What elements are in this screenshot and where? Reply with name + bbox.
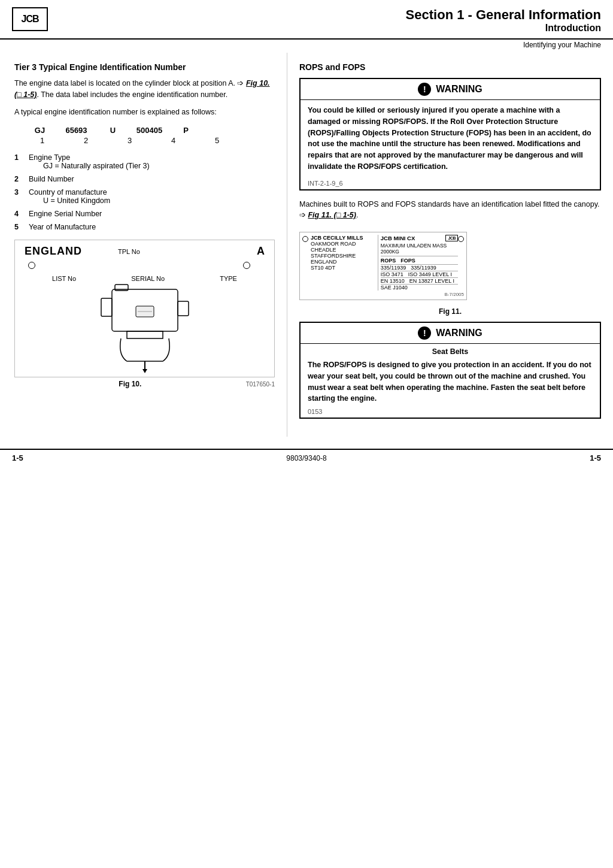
example-row1: GJ 65693 U 500405 P [26, 126, 275, 135]
warning-title-2: WARNING [436, 328, 482, 338]
page-header: JCB Section 1 - General Information Intr… [0, 0, 613, 40]
list-item-2: 2 Build Number [14, 175, 275, 183]
list-item-5: 5 Year of Manufacture [14, 223, 275, 231]
rops-label-ref: B-7/2005 [302, 292, 464, 297]
rops-model: JCB MINI CX [381, 235, 415, 241]
svg-rect-4 [101, 298, 112, 316]
left-section-heading: Tier 3 Typical Engine Identification Num… [14, 62, 275, 72]
warning-code-1: INT-2-1-9_6 [301, 177, 600, 189]
a-label: A [257, 245, 265, 258]
rops-para: Machines built to ROPS and FOPS standard… [299, 199, 601, 222]
ex-2: 2 [72, 136, 99, 145]
warning-icon-1: ! [418, 83, 431, 96]
rops-col-rops: ROPS [381, 258, 396, 264]
seatbelt-heading: Seat Belts [308, 347, 593, 356]
fig11-caption: Fig 11. [299, 307, 601, 316]
engine-diagram-svg [79, 283, 211, 373]
svg-marker-7 [142, 369, 147, 373]
rops-company: JCB CECILLY MILLS [311, 235, 375, 241]
rops-iso2: ISO 3449 LEVEL I [408, 271, 452, 277]
fig10-caption: Fig 10. [14, 380, 246, 388]
footer-doc-number: 9803/9340-8 [286, 454, 326, 462]
type-label: TYPE [220, 275, 237, 282]
engine-number-list: 1 Engine Type GJ = Naturally aspirated (… [14, 153, 275, 231]
ex-gj: GJ [26, 126, 53, 135]
list-item-3: 3 Country of manufacture U = United King… [14, 188, 275, 205]
ex-500405: 500405 [136, 126, 163, 135]
rops-address1: OAKMOOR ROAD [311, 241, 375, 247]
ex-5: 5 [204, 136, 230, 145]
page-footer: 1-5 9803/9340-8 1-5 [0, 449, 613, 466]
rops-address3: STAFFORDSHIRE [311, 253, 375, 259]
left-screw-circle [28, 262, 35, 269]
page-context: Identifying your Machine [0, 40, 613, 53]
warning-code-2: 0153 [301, 406, 600, 418]
rops-fops-heading: ROPS and FOPS [299, 62, 601, 72]
footer-page-left: 1-5 [12, 453, 23, 462]
rops-col-fops: FOPS [400, 258, 415, 264]
fig10-bottom-labels: LIST No SERIAL No TYPE [15, 275, 274, 282]
warning-body-1: You could be killed or seriously injured… [301, 100, 600, 177]
rops-iso1: ISO 3471 [381, 271, 403, 277]
section-title: Section 1 - General Information [60, 7, 601, 23]
warning-body-2: The ROPS/FOPS is designed to give you pr… [308, 359, 593, 404]
ex-4: 4 [160, 136, 187, 145]
rops-en2: EN 13827 LEVEL I [409, 278, 454, 284]
fops-val1: 335/11939 [411, 265, 436, 271]
warning-box-2: ! WARNING Seat Belts The ROPS/FOPS is de… [299, 322, 601, 419]
footer-page-right: 1-5 [590, 453, 601, 462]
section-subtitle: Introduction [60, 23, 601, 34]
warning-header-1: ! WARNING [301, 79, 600, 100]
right-screw-circle [243, 262, 250, 269]
rops-address2: CHEADLE [311, 247, 375, 253]
ex-1: 1 [29, 136, 56, 145]
right-column: ROPS and FOPS ! WARNING You could be kil… [287, 53, 613, 437]
fig10-top-row: ENGLAND TPL No A [15, 245, 274, 258]
rops-jcb-logo: JCB [445, 235, 458, 241]
ex-p: P [172, 126, 199, 135]
jcb-logo: JCB [12, 7, 48, 31]
header-title-block: Section 1 - General Information Introduc… [60, 7, 601, 34]
fig10-diagram-container: ENGLAND TPL No A LIST No SERIAL No TYPE [14, 240, 275, 377]
rops-val1: 335/11939 [381, 265, 406, 271]
rops-address5: ST10 4DT [311, 265, 375, 271]
svg-rect-1 [178, 301, 189, 316]
intro-para1: The engine data label is located on the … [14, 78, 275, 101]
rops-label-diagram: JCB CECILLY MILLS OAKMOOR ROAD CHEADLE S… [299, 232, 467, 300]
warning-box-1: ! WARNING You could be killed or serious… [299, 78, 601, 190]
warning-icon-2: ! [418, 326, 431, 340]
intro-para3: A typical engine identification number i… [14, 107, 275, 118]
rops-address4: ENGLAND [311, 259, 375, 265]
rops-screw-tl [302, 236, 308, 242]
engine-number-example: GJ 65693 U 500405 P 1 2 3 4 5 [26, 126, 275, 145]
svg-rect-2 [127, 331, 163, 338]
warning-header-2: ! WARNING [301, 323, 600, 344]
example-row2: 1 2 3 4 5 [29, 136, 275, 145]
england-text: ENGLAND [25, 245, 82, 258]
ex-65693: 65693 [63, 126, 90, 135]
main-content: Tier 3 Typical Engine Identification Num… [0, 53, 613, 437]
list-item-1: 1 Engine Type GJ = Naturally aspirated (… [14, 153, 275, 170]
warning-title-1: WARNING [436, 84, 482, 95]
list-no-label: LIST No [52, 275, 76, 282]
rops-sae: SAE J1040 [381, 285, 458, 291]
rops-en1: EN 13510 [381, 278, 405, 284]
rops-screw-tr [458, 236, 464, 242]
ex-u: U [99, 126, 126, 135]
ex-3: 3 [116, 136, 143, 145]
list-item-4: 4 Engine Serial Number [14, 210, 275, 218]
rops-max-mass: MAXIMUM UNLADEN MASS 2000KG [381, 243, 458, 256]
tpl-label: TPL No [118, 248, 140, 255]
fig10-ref: T017650-1 [246, 381, 275, 388]
fig11-link[interactable]: Fig 11. (□ 1-5) [308, 211, 356, 219]
left-column: Tier 3 Typical Engine Identification Num… [0, 53, 287, 437]
serial-no-label: SERIAL No [131, 275, 165, 282]
